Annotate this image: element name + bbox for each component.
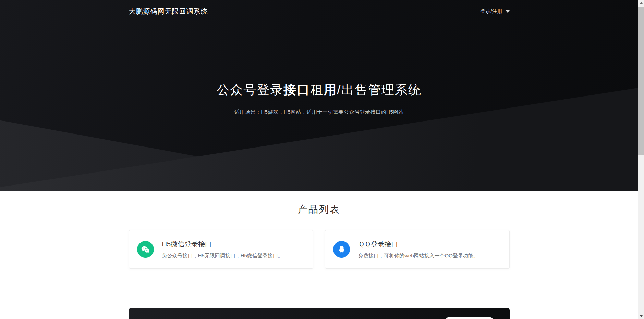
hero-title-segment: 公众号登录 <box>217 83 283 97</box>
hero-title-segment: 租 <box>310 83 324 97</box>
scrollbar-down-button[interactable] <box>638 313 644 319</box>
arrow-down-icon <box>640 315 643 317</box>
chevron-down-icon <box>506 10 510 13</box>
scrollbar-up-button[interactable] <box>638 0 644 6</box>
product-card-body: ＱＱ登录接口 免费接口，可将你的web网站接入一个QQ登录功能。 <box>358 240 478 259</box>
product-card-qq[interactable]: ＱＱ登录接口 免费接口，可将你的web网站接入一个QQ登录功能。 <box>325 230 510 269</box>
product-card-body: H5微信登录接口 免公众号接口，H5无限回调接口，H5微信登录接口。 <box>162 240 283 259</box>
site-brand[interactable]: 大鹏源码网无限回调系统 <box>129 7 208 16</box>
product-card-title: ＱＱ登录接口 <box>358 240 478 249</box>
product-card-title: H5微信登录接口 <box>162 240 283 249</box>
qq-icon <box>333 241 350 258</box>
login-register-label: 登录/注册 <box>480 8 502 15</box>
login-register-menu[interactable]: 登录/注册 <box>480 8 509 15</box>
scrollbar-thumb[interactable] <box>638 7 644 155</box>
wechat-icon <box>137 241 154 258</box>
panel-white-card[interactable] <box>446 317 493 319</box>
hero-section: 大鹏源码网无限回调系统 登录/注册 公众号登录接口租用/出售管理系统 适用场景：… <box>0 0 638 191</box>
browser-viewport: 大鹏源码网无限回调系统 登录/注册 公众号登录接口租用/出售管理系统 适用场景：… <box>0 0 638 319</box>
hero-title-segment: /出售管理系统 <box>337 83 421 97</box>
hero-title: 公众号登录接口租用/出售管理系统 <box>0 82 638 98</box>
vertical-scrollbar[interactable] <box>638 0 644 319</box>
product-card-wechat[interactable]: H5微信登录接口 免公众号接口，H5无限回调接口，H5微信登录接口。 <box>129 230 314 269</box>
products-section: 产品列表 <box>0 191 638 319</box>
hero-subtitle: 适用场景：H5游戏，H5网站，适用于一切需要公众号登录接口的H5网站 <box>0 109 638 115</box>
top-navbar: 大鹏源码网无限回调系统 登录/注册 <box>0 0 638 23</box>
bottom-dark-panel <box>129 308 510 319</box>
product-card-description: 免费接口，可将你的web网站接入一个QQ登录功能。 <box>358 253 478 259</box>
products-heading: 产品列表 <box>0 191 638 216</box>
arrow-up-icon <box>640 2 643 4</box>
hero-content: 公众号登录接口租用/出售管理系统 适用场景：H5游戏，H5网站，适用于一切需要公… <box>0 23 638 115</box>
product-card-description: 免公众号接口，H5无限回调接口，H5微信登录接口。 <box>162 253 283 259</box>
hero-title-segment-bold: 接口 <box>283 83 310 97</box>
hero-title-segment-bold: 用 <box>324 83 337 97</box>
product-card-list: H5微信登录接口 免公众号接口，H5无限回调接口，H5微信登录接口。 ＱＱ登录接 <box>129 230 510 269</box>
